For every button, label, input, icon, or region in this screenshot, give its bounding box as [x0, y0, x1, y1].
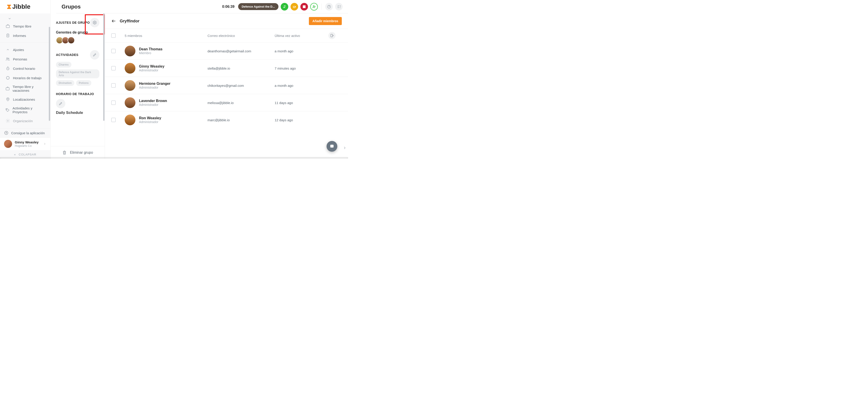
user-org: Hogwarts Co	[15, 144, 38, 147]
sidebar-item-organizacion[interactable]: Organización	[0, 116, 50, 126]
sidebar-item-personas[interactable]: Personas	[0, 54, 50, 64]
member-row[interactable]: Ron Weasley Administrador marc@jibble.io…	[105, 111, 348, 128]
select-row-checkbox[interactable]	[111, 66, 116, 70]
select-row-checkbox[interactable]	[111, 100, 116, 105]
logo-text: Jibble	[12, 3, 30, 10]
member-row[interactable]: Lavender Brown Administrador melissa@jib…	[105, 94, 348, 111]
member-role: Administrador	[139, 103, 167, 106]
get-app-link[interactable]: Consigue la aplicación	[0, 128, 50, 137]
sidebar-item-label: Actividades y Proyectos	[12, 106, 45, 114]
edit-activities-button[interactable]	[90, 50, 99, 60]
current-user-card[interactable]: Ginny Weasley Hogwarts Co	[0, 137, 50, 150]
sidebar-item-label: Control horario	[13, 67, 35, 70]
group-settings-gear-button[interactable]	[90, 18, 99, 27]
intercom-launcher-icon[interactable]	[327, 141, 337, 152]
select-row-checkbox[interactable]	[111, 49, 116, 53]
chevron-down-icon	[7, 16, 12, 21]
tag-icon	[5, 108, 10, 112]
member-row[interactable]: Dean Thomas Miembro deanthomas@getairmai…	[105, 42, 348, 60]
section-title-activities: ACTIVIDADES	[56, 53, 78, 57]
members-table-header: 5 miembros Correo electrónico Última vez…	[105, 29, 348, 42]
select-row-checkbox[interactable]	[111, 118, 116, 122]
chevron-right-icon	[43, 142, 46, 145]
member-last-active: 7 minutes ago	[275, 66, 328, 70]
nav-divider	[0, 42, 50, 43]
user-avatar	[4, 140, 12, 148]
briefcase-icon	[5, 24, 10, 29]
help-icon[interactable]	[325, 3, 333, 10]
member-last-active: 12 days ago	[275, 118, 328, 122]
svg-point-1	[313, 5, 314, 6]
coffee-icon[interactable]	[290, 3, 298, 10]
select-all-checkbox[interactable]	[111, 33, 116, 38]
collapse-sidebar-button[interactable]: « COLAPSAR	[0, 150, 50, 159]
sidebar-item-tiempo-libre[interactable]: Tiempo libre	[0, 22, 50, 31]
svg-point-10	[7, 98, 8, 99]
sidebar-item-actividades[interactable]: Actividades y Proyectos	[0, 104, 50, 116]
member-role: Miembro	[139, 51, 162, 55]
gear-icon	[92, 20, 97, 25]
managers-title: Gerentes de grupo	[56, 30, 99, 34]
pencil-icon	[93, 53, 97, 57]
sidebar-item-horarios[interactable]: Horarios de trabajo	[0, 73, 50, 82]
sidebar-item-informes[interactable]: Informes	[0, 31, 50, 40]
member-avatar	[125, 63, 135, 74]
sidebar-item-vacaciones[interactable]: Tiempo libre y vacaciones	[0, 82, 50, 95]
activity-tag[interactable]: Potions	[76, 80, 91, 86]
column-email: Correo electrónico	[208, 34, 275, 38]
sidebar-item-label: Personas	[13, 57, 27, 61]
member-last-active: 11 days ago	[275, 101, 328, 105]
activity-tag[interactable]: Divination	[56, 80, 74, 86]
stop-icon[interactable]	[300, 3, 308, 10]
export-icon[interactable]	[328, 32, 336, 39]
collapse-label: COLAPSAR	[19, 153, 36, 156]
svg-rect-3	[6, 25, 10, 28]
member-row[interactable]: Ginny Weasley Administrador stella@jibbl…	[105, 60, 348, 77]
logo[interactable]: ⧗Jibble	[0, 0, 50, 13]
svg-rect-16	[330, 145, 334, 148]
members-panel: Gryffindor Añadir miembros 5 miembros Co…	[105, 0, 348, 159]
edit-schedule-button[interactable]	[56, 99, 65, 108]
chevron-up-icon	[5, 47, 10, 52]
delete-group-label: Eliminar grupo	[70, 151, 93, 155]
delete-group-button[interactable]: Eliminar grupo	[51, 146, 105, 159]
member-last-active: a month ago	[275, 49, 328, 53]
swap-icon[interactable]	[281, 3, 288, 10]
settings-icon[interactable]	[335, 3, 343, 10]
sidebar-collapse-section[interactable]	[0, 15, 50, 22]
select-row-checkbox[interactable]	[111, 83, 116, 88]
member-avatar	[125, 114, 135, 125]
member-name: Ginny Weasley	[139, 64, 164, 68]
chevron-right-icon[interactable]	[343, 146, 347, 150]
sidebar-item-ajustes[interactable]: Ajustes	[0, 45, 50, 54]
section-title-schedule: HORARIO DE TRABAJO	[56, 92, 99, 96]
mid-scrollbar[interactable]	[103, 13, 104, 121]
sidebar-item-localizaciones[interactable]: Localizaciones	[0, 95, 50, 104]
member-email: melissa@jibble.io	[208, 101, 275, 105]
page-title: Grupos	[62, 4, 81, 10]
user-name: Ginny Weasley	[15, 140, 38, 144]
back-arrow-icon[interactable]	[111, 19, 116, 24]
schedule-name: Daily Schedule	[56, 110, 99, 115]
member-avatar	[125, 46, 135, 56]
activity-tag[interactable]: Charms	[56, 62, 71, 68]
sidebar-item-control-horario[interactable]: Control horario	[0, 64, 50, 73]
column-members-count: 5 miembros	[125, 34, 208, 38]
sidebar: ⧗Jibble Tiempo libre Informes	[0, 0, 51, 159]
manager-avatar[interactable]	[68, 37, 75, 44]
sidebar-item-label: Ajustes	[13, 48, 24, 52]
member-role: Administrador	[139, 86, 170, 89]
current-activity-pill[interactable]: Defence Against the D...	[238, 3, 278, 10]
group-settings-panel: AJUSTES DE GRUPO Gerentes de grupo ACTIV…	[51, 0, 105, 159]
add-members-button[interactable]: Añadir miembros	[309, 17, 342, 25]
download-icon	[4, 131, 8, 135]
add-person-icon[interactable]	[310, 3, 318, 10]
member-email: marc@jibble.io	[208, 118, 275, 122]
svg-rect-0	[303, 5, 306, 8]
sidebar-item-label: Horarios de trabajo	[13, 76, 42, 80]
svg-rect-9	[6, 88, 9, 90]
activity-tag[interactable]: Defence Against the Dark Arts	[56, 69, 99, 78]
sidebar-scrollbar[interactable]	[49, 27, 50, 121]
member-row[interactable]: Hermione Granger Administrador chikorita…	[105, 77, 348, 94]
calendar-icon	[5, 75, 10, 80]
